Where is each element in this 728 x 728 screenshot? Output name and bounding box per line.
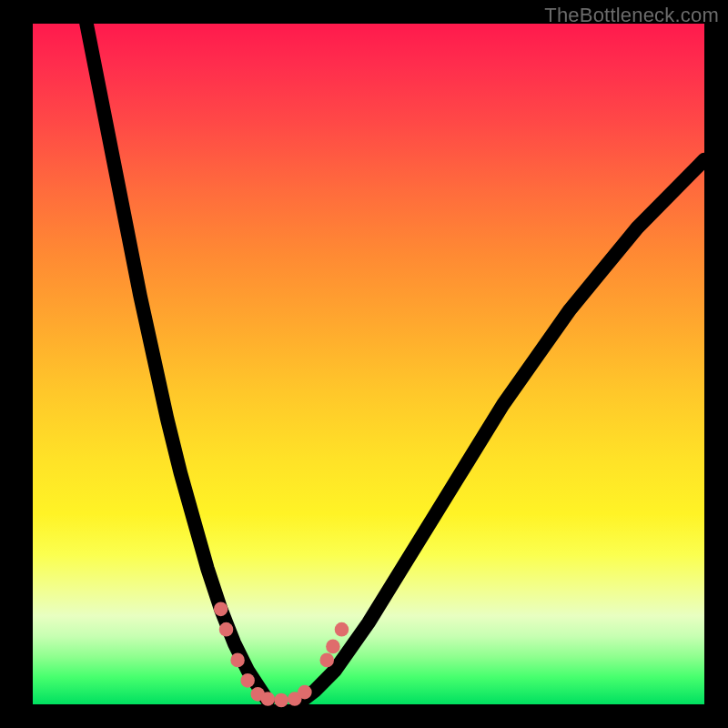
- curve-left: [86, 24, 268, 701]
- marker-dot: [319, 653, 333, 668]
- chart-frame: TheBottleneck.com: [0, 0, 728, 728]
- marker-dot: [214, 602, 228, 616]
- chart-svg: [33, 24, 704, 704]
- marker-dot: [298, 685, 311, 700]
- plot-area: [33, 24, 704, 704]
- marker-dot: [261, 692, 275, 706]
- marker-dot: [326, 640, 339, 654]
- marker-dot: [274, 693, 288, 708]
- marker-dot: [240, 673, 254, 688]
- marker-dot: [335, 622, 349, 637]
- highlight-dots: [214, 602, 349, 707]
- marker-dot: [219, 622, 233, 637]
- marker-dot: [230, 653, 244, 668]
- curve-right: [301, 160, 704, 702]
